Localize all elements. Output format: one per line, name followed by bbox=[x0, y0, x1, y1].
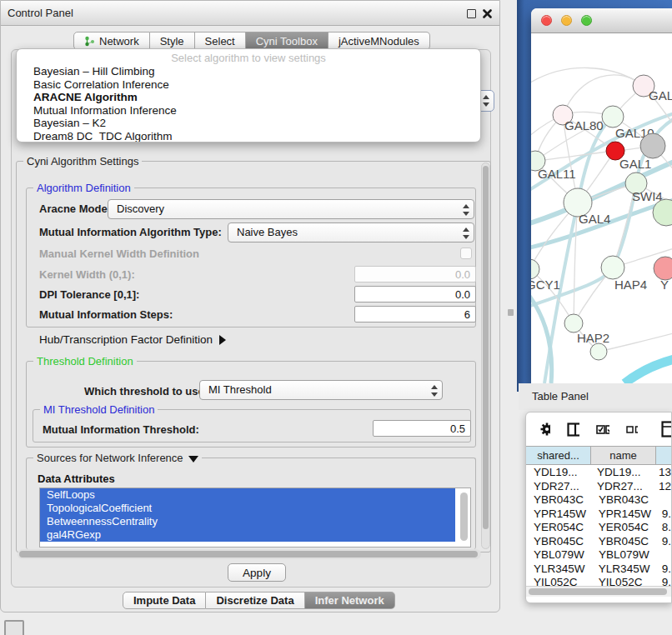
table-row[interactable]: YER054CYER054C8. bbox=[526, 521, 671, 535]
which-threshold-label: Which threshold to use: bbox=[84, 385, 208, 398]
table-panel-titlebar: Table Panel bbox=[519, 383, 672, 410]
network-canvas[interactable]: GALGAL80GAL10GAL1GAL11GAL4SWI4GCY1HAP4YH… bbox=[531, 33, 672, 383]
mi-algorithm-type-select[interactable]: Naive Bayes bbox=[228, 222, 474, 242]
dpi-tolerance-field[interactable] bbox=[354, 286, 476, 302]
table-toolbar bbox=[526, 412, 671, 446]
tab-impute-data[interactable]: Impute Data bbox=[123, 592, 206, 609]
table-cell: YDL19... bbox=[589, 466, 653, 480]
data-attribute-item[interactable]: BetweennessCentrality bbox=[40, 515, 455, 528]
horizontal-scrollbar[interactable] bbox=[18, 549, 481, 559]
mi-threshold-group-title: MI Threshold Definition bbox=[40, 403, 158, 416]
table-cell: YER054C bbox=[526, 521, 591, 535]
which-threshold-value: MI Threshold bbox=[208, 381, 272, 399]
combo-stepper-icon bbox=[430, 384, 439, 398]
network-node[interactable] bbox=[564, 314, 583, 332]
mi-threshold-field[interactable] bbox=[373, 420, 471, 437]
close-panel-button[interactable] bbox=[480, 7, 494, 20]
table-cell bbox=[656, 548, 671, 562]
select-all-icon[interactable] bbox=[596, 423, 609, 436]
tab-infer-network[interactable]: Infer Network bbox=[305, 592, 395, 609]
network-node-label: GAL4 bbox=[579, 212, 610, 226]
tab-select[interactable]: Select bbox=[195, 32, 246, 50]
dropdown-prompt: Select algorithm to view settings bbox=[17, 52, 480, 65]
combo-stepper-icon bbox=[482, 94, 490, 108]
collapse-arrow-icon bbox=[219, 335, 226, 345]
dpi-tolerance-label: DPI Tolerance [0,1]: bbox=[39, 288, 139, 301]
manual-kernel-width-checkbox[interactable] bbox=[460, 248, 472, 259]
algorithm-option[interactable]: Bayesian – Hill Climbing bbox=[17, 65, 480, 78]
algorithm-option[interactable]: Mutual Information Inference bbox=[17, 104, 480, 118]
data-attribute-item[interactable]: TopologicalCoefficient bbox=[40, 502, 455, 515]
combo-stepper-icon bbox=[462, 227, 470, 240]
table-cell: 12 bbox=[653, 480, 671, 494]
network-tab-icon bbox=[84, 36, 95, 47]
network-node-label: GAL80 bbox=[564, 118, 604, 132]
table-cell: YDR27... bbox=[589, 480, 653, 494]
tab-style[interactable]: Style bbox=[150, 32, 195, 50]
table-cell: YIL052C bbox=[526, 576, 591, 586]
collapsed-panel-icon[interactable] bbox=[4, 620, 24, 635]
zoom-window-icon[interactable] bbox=[581, 15, 592, 26]
network-node[interactable] bbox=[602, 106, 624, 128]
mi-steps-field[interactable] bbox=[354, 306, 476, 322]
table-document-icon[interactable] bbox=[661, 421, 671, 438]
vertical-scrollbar[interactable] bbox=[460, 492, 468, 541]
table-row[interactable]: YBL079WYBL079W bbox=[526, 548, 671, 562]
data-attributes-list[interactable]: SelfLoopsTopologicalCoefficientBetweenne… bbox=[39, 488, 471, 548]
aracne-mode-select[interactable]: Discovery bbox=[108, 199, 474, 219]
table-row[interactable]: YPR145WYPR145W9. bbox=[526, 508, 671, 522]
table-cell: YLR345W bbox=[591, 562, 656, 577]
panel-title: Control Panel bbox=[8, 1, 73, 25]
table-cell: YIL052C bbox=[591, 576, 656, 586]
vertical-scrollbar[interactable] bbox=[481, 162, 490, 549]
algorithm-option[interactable]: ARACNE Algorithm bbox=[17, 91, 480, 104]
mi-steps-label: Mutual Information Steps: bbox=[39, 308, 173, 321]
minimize-window-icon[interactable] bbox=[561, 15, 572, 26]
table-cell: YDR27... bbox=[526, 480, 589, 494]
gear-icon[interactable] bbox=[539, 422, 550, 437]
algorithm-option[interactable]: Basic Correlation Inference bbox=[17, 78, 480, 92]
table-row[interactable]: YLR345WYLR345W9. bbox=[526, 562, 671, 577]
horizontal-scrollbar[interactable] bbox=[526, 586, 671, 597]
network-node[interactable] bbox=[590, 343, 607, 360]
table-row[interactable]: YBR043CYBR043C bbox=[526, 493, 671, 508]
data-attribute-item[interactable]: SelfLoops bbox=[40, 488, 455, 502]
tab-network[interactable]: Network bbox=[73, 32, 150, 50]
table-row[interactable]: YBR045CYBR045C9. bbox=[526, 535, 671, 549]
tab-jactivemnodules[interactable]: jActiveMNodules bbox=[328, 32, 430, 50]
float-panel-button[interactable] bbox=[464, 7, 478, 20]
deselect-all-icon[interactable] bbox=[626, 424, 639, 435]
network-node[interactable] bbox=[654, 257, 672, 280]
kernel-width-field[interactable] bbox=[354, 266, 476, 282]
aracne-mode-label: Aracne Mode: bbox=[39, 202, 111, 215]
sources-group-title[interactable]: Sources for Network Inference bbox=[33, 452, 202, 464]
column-header-name[interactable]: name bbox=[591, 447, 656, 464]
hub-definition-label: Hub/Transcription Factor Definition bbox=[39, 333, 213, 346]
table-row[interactable]: YDL19...YDL19...13 bbox=[526, 466, 671, 480]
tab-discretize-data[interactable]: Discretize Data bbox=[206, 592, 304, 609]
network-window-titlebar[interactable] bbox=[531, 8, 672, 33]
data-attribute-item[interactable]: gal4RGexp bbox=[40, 528, 455, 542]
algorithm-option[interactable]: Dream8 DC_TDC Algorithm bbox=[17, 130, 480, 143]
panel-splitter-handle[interactable] bbox=[508, 309, 514, 316]
column-header-shared-name[interactable]: shared... bbox=[526, 447, 591, 464]
settings-group-title: Cyni Algorithm Settings bbox=[23, 155, 142, 168]
table-cell: YBL079W bbox=[526, 548, 591, 562]
network-window-frame: GALGAL80GAL10GAL1GAL11GAL4SWI4GCY1HAP4YH… bbox=[517, 0, 672, 392]
tab-label: Impute Data bbox=[133, 594, 195, 607]
network-node[interactable] bbox=[640, 133, 665, 158]
network-node-label: Y bbox=[660, 278, 669, 292]
algorithm-option[interactable]: Bayesian – K2 bbox=[17, 117, 480, 130]
column-header-partial[interactable] bbox=[656, 447, 671, 464]
tab-cyni-toolbox[interactable]: Cyni Toolbox bbox=[246, 32, 328, 50]
table-cell: YBR045C bbox=[526, 535, 591, 549]
table-row[interactable]: YDR27...YDR27...12 bbox=[526, 480, 671, 494]
table-row[interactable]: YIL052CYIL052C9. bbox=[526, 576, 671, 586]
network-node[interactable] bbox=[601, 256, 624, 279]
apply-button[interactable]: Apply bbox=[228, 563, 286, 582]
hub-definition-expander[interactable]: Hub/Transcription Factor Definition bbox=[39, 333, 226, 346]
close-window-icon[interactable] bbox=[541, 15, 552, 26]
expand-arrow-icon bbox=[188, 456, 198, 462]
which-threshold-select[interactable]: MI Threshold bbox=[199, 380, 443, 400]
columns-icon[interactable] bbox=[567, 422, 579, 437]
